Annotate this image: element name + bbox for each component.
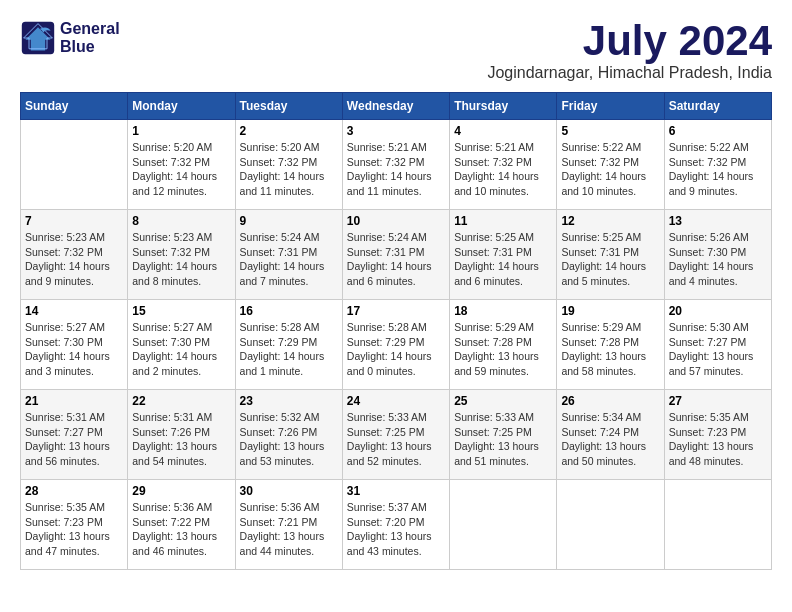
day-number: 22	[132, 394, 230, 408]
logo-text: General Blue	[60, 20, 120, 56]
empty-cell	[664, 480, 771, 570]
location: Jogindarnagar, Himachal Pradesh, India	[487, 64, 772, 82]
day-info: Sunrise: 5:29 AM Sunset: 7:28 PM Dayligh…	[454, 320, 552, 379]
day-info: Sunrise: 5:22 AM Sunset: 7:32 PM Dayligh…	[561, 140, 659, 199]
day-cell-2: 2Sunrise: 5:20 AM Sunset: 7:32 PM Daylig…	[235, 120, 342, 210]
day-info: Sunrise: 5:21 AM Sunset: 7:32 PM Dayligh…	[454, 140, 552, 199]
col-header-sunday: Sunday	[21, 93, 128, 120]
day-number: 18	[454, 304, 552, 318]
day-info: Sunrise: 5:31 AM Sunset: 7:26 PM Dayligh…	[132, 410, 230, 469]
day-cell-23: 23Sunrise: 5:32 AM Sunset: 7:26 PM Dayli…	[235, 390, 342, 480]
day-number: 16	[240, 304, 338, 318]
day-cell-24: 24Sunrise: 5:33 AM Sunset: 7:25 PM Dayli…	[342, 390, 449, 480]
day-number: 28	[25, 484, 123, 498]
day-number: 15	[132, 304, 230, 318]
day-cell-18: 18Sunrise: 5:29 AM Sunset: 7:28 PM Dayli…	[450, 300, 557, 390]
empty-cell	[557, 480, 664, 570]
day-info: Sunrise: 5:21 AM Sunset: 7:32 PM Dayligh…	[347, 140, 445, 199]
day-info: Sunrise: 5:27 AM Sunset: 7:30 PM Dayligh…	[132, 320, 230, 379]
day-cell-15: 15Sunrise: 5:27 AM Sunset: 7:30 PM Dayli…	[128, 300, 235, 390]
day-cell-12: 12Sunrise: 5:25 AM Sunset: 7:31 PM Dayli…	[557, 210, 664, 300]
day-cell-7: 7Sunrise: 5:23 AM Sunset: 7:32 PM Daylig…	[21, 210, 128, 300]
day-cell-27: 27Sunrise: 5:35 AM Sunset: 7:23 PM Dayli…	[664, 390, 771, 480]
day-number: 29	[132, 484, 230, 498]
page-header: General Blue July 2024 Jogindarnagar, Hi…	[20, 20, 772, 82]
day-number: 8	[132, 214, 230, 228]
week-row-4: 21Sunrise: 5:31 AM Sunset: 7:27 PM Dayli…	[21, 390, 772, 480]
day-number: 31	[347, 484, 445, 498]
day-cell-19: 19Sunrise: 5:29 AM Sunset: 7:28 PM Dayli…	[557, 300, 664, 390]
day-cell-9: 9Sunrise: 5:24 AM Sunset: 7:31 PM Daylig…	[235, 210, 342, 300]
day-info: Sunrise: 5:20 AM Sunset: 7:32 PM Dayligh…	[132, 140, 230, 199]
calendar-table: SundayMondayTuesdayWednesdayThursdayFrid…	[20, 92, 772, 570]
col-header-thursday: Thursday	[450, 93, 557, 120]
logo: General Blue	[20, 20, 120, 56]
day-number: 26	[561, 394, 659, 408]
logo-icon	[20, 20, 56, 56]
col-header-friday: Friday	[557, 93, 664, 120]
day-info: Sunrise: 5:29 AM Sunset: 7:28 PM Dayligh…	[561, 320, 659, 379]
day-info: Sunrise: 5:25 AM Sunset: 7:31 PM Dayligh…	[561, 230, 659, 289]
day-info: Sunrise: 5:20 AM Sunset: 7:32 PM Dayligh…	[240, 140, 338, 199]
day-info: Sunrise: 5:32 AM Sunset: 7:26 PM Dayligh…	[240, 410, 338, 469]
day-info: Sunrise: 5:26 AM Sunset: 7:30 PM Dayligh…	[669, 230, 767, 289]
day-number: 11	[454, 214, 552, 228]
day-cell-31: 31Sunrise: 5:37 AM Sunset: 7:20 PM Dayli…	[342, 480, 449, 570]
day-number: 6	[669, 124, 767, 138]
day-cell-14: 14Sunrise: 5:27 AM Sunset: 7:30 PM Dayli…	[21, 300, 128, 390]
day-cell-26: 26Sunrise: 5:34 AM Sunset: 7:24 PM Dayli…	[557, 390, 664, 480]
day-number: 25	[454, 394, 552, 408]
day-number: 17	[347, 304, 445, 318]
day-number: 24	[347, 394, 445, 408]
week-row-2: 7Sunrise: 5:23 AM Sunset: 7:32 PM Daylig…	[21, 210, 772, 300]
day-cell-25: 25Sunrise: 5:33 AM Sunset: 7:25 PM Dayli…	[450, 390, 557, 480]
day-number: 5	[561, 124, 659, 138]
day-cell-5: 5Sunrise: 5:22 AM Sunset: 7:32 PM Daylig…	[557, 120, 664, 210]
day-number: 2	[240, 124, 338, 138]
day-number: 20	[669, 304, 767, 318]
col-header-tuesday: Tuesday	[235, 93, 342, 120]
day-number: 13	[669, 214, 767, 228]
day-info: Sunrise: 5:30 AM Sunset: 7:27 PM Dayligh…	[669, 320, 767, 379]
week-row-1: 1Sunrise: 5:20 AM Sunset: 7:32 PM Daylig…	[21, 120, 772, 210]
day-number: 21	[25, 394, 123, 408]
day-info: Sunrise: 5:37 AM Sunset: 7:20 PM Dayligh…	[347, 500, 445, 559]
day-number: 10	[347, 214, 445, 228]
day-cell-10: 10Sunrise: 5:24 AM Sunset: 7:31 PM Dayli…	[342, 210, 449, 300]
day-info: Sunrise: 5:28 AM Sunset: 7:29 PM Dayligh…	[347, 320, 445, 379]
day-cell-21: 21Sunrise: 5:31 AM Sunset: 7:27 PM Dayli…	[21, 390, 128, 480]
day-cell-29: 29Sunrise: 5:36 AM Sunset: 7:22 PM Dayli…	[128, 480, 235, 570]
day-info: Sunrise: 5:24 AM Sunset: 7:31 PM Dayligh…	[347, 230, 445, 289]
day-info: Sunrise: 5:34 AM Sunset: 7:24 PM Dayligh…	[561, 410, 659, 469]
day-cell-30: 30Sunrise: 5:36 AM Sunset: 7:21 PM Dayli…	[235, 480, 342, 570]
day-info: Sunrise: 5:35 AM Sunset: 7:23 PM Dayligh…	[25, 500, 123, 559]
day-number: 14	[25, 304, 123, 318]
day-cell-22: 22Sunrise: 5:31 AM Sunset: 7:26 PM Dayli…	[128, 390, 235, 480]
day-info: Sunrise: 5:23 AM Sunset: 7:32 PM Dayligh…	[132, 230, 230, 289]
week-row-5: 28Sunrise: 5:35 AM Sunset: 7:23 PM Dayli…	[21, 480, 772, 570]
day-info: Sunrise: 5:28 AM Sunset: 7:29 PM Dayligh…	[240, 320, 338, 379]
empty-cell	[21, 120, 128, 210]
day-number: 27	[669, 394, 767, 408]
col-header-saturday: Saturday	[664, 93, 771, 120]
day-info: Sunrise: 5:33 AM Sunset: 7:25 PM Dayligh…	[347, 410, 445, 469]
day-number: 19	[561, 304, 659, 318]
day-info: Sunrise: 5:24 AM Sunset: 7:31 PM Dayligh…	[240, 230, 338, 289]
day-info: Sunrise: 5:22 AM Sunset: 7:32 PM Dayligh…	[669, 140, 767, 199]
day-info: Sunrise: 5:31 AM Sunset: 7:27 PM Dayligh…	[25, 410, 123, 469]
day-info: Sunrise: 5:36 AM Sunset: 7:21 PM Dayligh…	[240, 500, 338, 559]
day-cell-16: 16Sunrise: 5:28 AM Sunset: 7:29 PM Dayli…	[235, 300, 342, 390]
day-cell-11: 11Sunrise: 5:25 AM Sunset: 7:31 PM Dayli…	[450, 210, 557, 300]
day-info: Sunrise: 5:27 AM Sunset: 7:30 PM Dayligh…	[25, 320, 123, 379]
empty-cell	[450, 480, 557, 570]
day-number: 9	[240, 214, 338, 228]
day-number: 1	[132, 124, 230, 138]
day-number: 4	[454, 124, 552, 138]
day-number: 30	[240, 484, 338, 498]
day-cell-28: 28Sunrise: 5:35 AM Sunset: 7:23 PM Dayli…	[21, 480, 128, 570]
day-cell-3: 3Sunrise: 5:21 AM Sunset: 7:32 PM Daylig…	[342, 120, 449, 210]
day-number: 7	[25, 214, 123, 228]
col-header-wednesday: Wednesday	[342, 93, 449, 120]
day-cell-20: 20Sunrise: 5:30 AM Sunset: 7:27 PM Dayli…	[664, 300, 771, 390]
day-info: Sunrise: 5:23 AM Sunset: 7:32 PM Dayligh…	[25, 230, 123, 289]
